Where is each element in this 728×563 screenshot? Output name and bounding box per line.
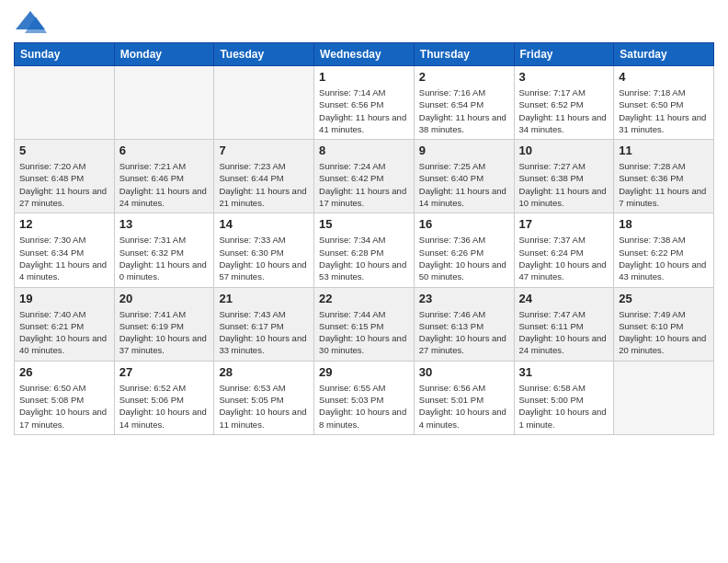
day-info: Sunrise: 6:52 AMSunset: 5:06 PMDaylight:… — [119, 382, 210, 431]
calendar-cell: 19Sunrise: 7:40 AMSunset: 6:21 PMDayligh… — [15, 287, 115, 361]
calendar-cell — [614, 361, 714, 434]
calendar-cell: 2Sunrise: 7:16 AMSunset: 6:54 PMDaylight… — [414, 66, 514, 140]
day-info: Sunrise: 7:21 AMSunset: 6:46 PMDaylight:… — [119, 160, 210, 209]
day-info: Sunrise: 7:20 AMSunset: 6:48 PMDaylight:… — [19, 160, 109, 209]
weekday-header-friday: Friday — [514, 43, 614, 66]
calendar-cell: 30Sunrise: 6:56 AMSunset: 5:01 PMDayligh… — [414, 361, 514, 434]
weekday-header-sunday: Sunday — [15, 43, 115, 66]
day-number: 13 — [119, 217, 210, 231]
day-number: 22 — [319, 292, 409, 305]
weekday-header-thursday: Thursday — [414, 43, 514, 66]
weekday-header-saturday: Saturday — [614, 43, 714, 66]
day-number: 21 — [219, 292, 309, 305]
calendar-cell: 26Sunrise: 6:50 AMSunset: 5:08 PMDayligh… — [15, 361, 115, 434]
day-info: Sunrise: 7:38 AMSunset: 6:22 PMDaylight:… — [619, 234, 709, 282]
day-number: 24 — [519, 292, 609, 305]
day-number: 8 — [319, 144, 409, 157]
calendar-week-4: 19Sunrise: 7:40 AMSunset: 6:21 PMDayligh… — [15, 287, 714, 361]
day-info: Sunrise: 7:27 AMSunset: 6:38 PMDaylight:… — [519, 160, 609, 209]
day-number: 4 — [619, 70, 709, 84]
day-number: 19 — [19, 292, 109, 305]
weekday-header-tuesday: Tuesday — [214, 43, 314, 66]
day-info: Sunrise: 7:18 AMSunset: 6:50 PMDaylight:… — [619, 86, 709, 135]
day-info: Sunrise: 7:33 AMSunset: 6:30 PMDaylight:… — [219, 234, 309, 282]
calendar-cell: 27Sunrise: 6:52 AMSunset: 5:06 PMDayligh… — [114, 361, 214, 434]
day-number: 31 — [519, 365, 609, 379]
day-number: 17 — [519, 217, 609, 231]
calendar-cell: 6Sunrise: 7:21 AMSunset: 6:46 PMDaylight… — [114, 140, 214, 213]
calendar-cell — [214, 66, 314, 140]
day-number: 25 — [619, 292, 709, 305]
day-info: Sunrise: 7:46 AMSunset: 6:13 PMDaylight:… — [419, 308, 509, 357]
day-info: Sunrise: 7:37 AMSunset: 6:24 PMDaylight:… — [519, 234, 609, 282]
calendar-cell: 1Sunrise: 7:14 AMSunset: 6:56 PMDaylight… — [314, 66, 415, 140]
calendar-cell: 12Sunrise: 7:30 AMSunset: 6:34 PMDayligh… — [15, 213, 115, 287]
day-info: Sunrise: 7:36 AMSunset: 6:26 PMDaylight:… — [419, 234, 509, 282]
day-info: Sunrise: 7:43 AMSunset: 6:17 PMDaylight:… — [219, 308, 309, 357]
day-number: 1 — [319, 70, 409, 84]
calendar-week-5: 26Sunrise: 6:50 AMSunset: 5:08 PMDayligh… — [15, 361, 714, 434]
day-number: 29 — [319, 365, 409, 379]
calendar-cell: 29Sunrise: 6:55 AMSunset: 5:03 PMDayligh… — [314, 361, 415, 434]
day-number: 10 — [519, 144, 609, 157]
calendar-week-1: 1Sunrise: 7:14 AMSunset: 6:56 PMDaylight… — [15, 66, 714, 140]
calendar-cell: 23Sunrise: 7:46 AMSunset: 6:13 PMDayligh… — [414, 287, 514, 361]
day-info: Sunrise: 7:41 AMSunset: 6:19 PMDaylight:… — [119, 308, 210, 357]
logo — [14, 9, 51, 35]
day-info: Sunrise: 6:53 AMSunset: 5:05 PMDaylight:… — [219, 382, 309, 431]
day-number: 28 — [219, 365, 309, 379]
weekday-header-row: SundayMondayTuesdayWednesdayThursdayFrid… — [15, 43, 714, 66]
header — [14, 9, 714, 35]
calendar-cell: 10Sunrise: 7:27 AMSunset: 6:38 PMDayligh… — [514, 140, 614, 213]
day-info: Sunrise: 7:47 AMSunset: 6:11 PMDaylight:… — [519, 308, 609, 357]
calendar-cell: 18Sunrise: 7:38 AMSunset: 6:22 PMDayligh… — [614, 213, 714, 287]
day-number: 9 — [419, 144, 509, 157]
day-info: Sunrise: 7:34 AMSunset: 6:28 PMDaylight:… — [319, 234, 409, 282]
day-info: Sunrise: 7:17 AMSunset: 6:52 PMDaylight:… — [519, 86, 609, 135]
day-info: Sunrise: 7:40 AMSunset: 6:21 PMDaylight:… — [19, 308, 109, 357]
day-info: Sunrise: 6:58 AMSunset: 5:00 PMDaylight:… — [519, 382, 609, 431]
logo-icon — [14, 9, 47, 35]
calendar-cell: 25Sunrise: 7:49 AMSunset: 6:10 PMDayligh… — [614, 287, 714, 361]
day-number: 15 — [319, 217, 409, 231]
calendar-cell: 31Sunrise: 6:58 AMSunset: 5:00 PMDayligh… — [514, 361, 614, 434]
calendar-cell: 9Sunrise: 7:25 AMSunset: 6:40 PMDaylight… — [414, 140, 514, 213]
day-info: Sunrise: 7:44 AMSunset: 6:15 PMDaylight:… — [319, 308, 409, 357]
calendar-cell: 15Sunrise: 7:34 AMSunset: 6:28 PMDayligh… — [314, 213, 415, 287]
weekday-header-wednesday: Wednesday — [314, 43, 415, 66]
calendar-cell: 24Sunrise: 7:47 AMSunset: 6:11 PMDayligh… — [514, 287, 614, 361]
day-number: 23 — [419, 292, 509, 305]
calendar-cell: 14Sunrise: 7:33 AMSunset: 6:30 PMDayligh… — [214, 213, 314, 287]
calendar-cell: 3Sunrise: 7:17 AMSunset: 6:52 PMDaylight… — [514, 66, 614, 140]
day-info: Sunrise: 7:23 AMSunset: 6:44 PMDaylight:… — [219, 160, 309, 209]
day-number: 26 — [19, 365, 109, 379]
calendar-cell: 28Sunrise: 6:53 AMSunset: 5:05 PMDayligh… — [214, 361, 314, 434]
day-number: 27 — [119, 365, 210, 379]
calendar-cell: 16Sunrise: 7:36 AMSunset: 6:26 PMDayligh… — [414, 213, 514, 287]
day-number: 6 — [119, 144, 210, 157]
day-number: 7 — [219, 144, 309, 157]
day-info: Sunrise: 6:50 AMSunset: 5:08 PMDaylight:… — [19, 382, 109, 431]
day-info: Sunrise: 7:14 AMSunset: 6:56 PMDaylight:… — [319, 86, 409, 135]
calendar-week-2: 5Sunrise: 7:20 AMSunset: 6:48 PMDaylight… — [15, 140, 714, 213]
calendar-cell: 21Sunrise: 7:43 AMSunset: 6:17 PMDayligh… — [214, 287, 314, 361]
calendar-cell: 20Sunrise: 7:41 AMSunset: 6:19 PMDayligh… — [114, 287, 214, 361]
weekday-header-monday: Monday — [114, 43, 214, 66]
day-number: 11 — [619, 144, 709, 157]
day-info: Sunrise: 7:24 AMSunset: 6:42 PMDaylight:… — [319, 160, 409, 209]
calendar-cell — [114, 66, 214, 140]
day-info: Sunrise: 7:25 AMSunset: 6:40 PMDaylight:… — [419, 160, 509, 209]
day-info: Sunrise: 7:31 AMSunset: 6:32 PMDaylight:… — [119, 234, 210, 282]
day-number: 16 — [419, 217, 509, 231]
calendar-cell: 4Sunrise: 7:18 AMSunset: 6:50 PMDaylight… — [614, 66, 714, 140]
calendar-cell: 11Sunrise: 7:28 AMSunset: 6:36 PMDayligh… — [614, 140, 714, 213]
day-info: Sunrise: 7:16 AMSunset: 6:54 PMDaylight:… — [419, 86, 509, 135]
calendar-cell: 7Sunrise: 7:23 AMSunset: 6:44 PMDaylight… — [214, 140, 314, 213]
calendar: SundayMondayTuesdayWednesdayThursdayFrid… — [14, 42, 714, 435]
calendar-cell: 5Sunrise: 7:20 AMSunset: 6:48 PMDaylight… — [15, 140, 115, 213]
calendar-cell: 17Sunrise: 7:37 AMSunset: 6:24 PMDayligh… — [514, 213, 614, 287]
day-number: 14 — [219, 217, 309, 231]
day-info: Sunrise: 6:56 AMSunset: 5:01 PMDaylight:… — [419, 382, 509, 431]
page: SundayMondayTuesdayWednesdayThursdayFrid… — [0, 0, 728, 563]
day-number: 5 — [19, 144, 109, 157]
